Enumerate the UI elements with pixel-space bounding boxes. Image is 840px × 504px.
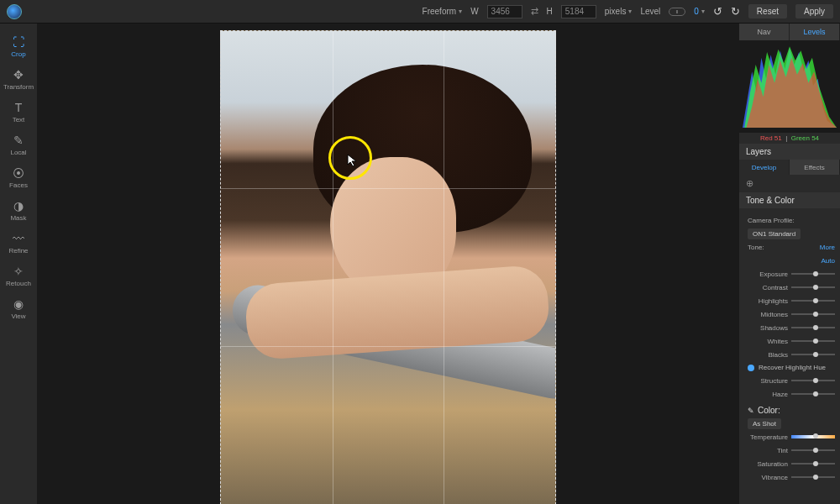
- crop-handle-top-left[interactable]: [220, 30, 231, 41]
- level-tool-icon[interactable]: [669, 8, 685, 16]
- retouch-tool[interactable]: ✧Retouch: [2, 261, 35, 291]
- white-balance-dropdown[interactable]: As Shot: [748, 418, 781, 429]
- color-section-header: ✎Color:: [748, 401, 835, 417]
- transform-tool[interactable]: ✥Transform: [2, 65, 35, 94]
- structure-slider[interactable]: Structure: [748, 374, 835, 387]
- tone-label: Tone:: [748, 244, 764, 251]
- camera-profile-label: Camera Profile:: [748, 217, 795, 224]
- local-tool[interactable]: ✎Local: [2, 130, 35, 160]
- tone-color-header[interactable]: Tone & Color: [739, 192, 840, 208]
- height-input[interactable]: [561, 5, 596, 18]
- level-label: Level: [640, 7, 660, 16]
- cursor-highlight: [328, 136, 372, 180]
- brush-icon: ✎: [13, 134, 24, 147]
- histogram-tabs: Nav Levels: [739, 24, 840, 40]
- saturation-slider[interactable]: Saturation: [748, 457, 835, 470]
- crop-icon: ⛶: [13, 35, 24, 49]
- aspect-ratio-dropdown[interactable]: Freeform▾: [423, 7, 463, 16]
- refine-icon: 〰: [13, 232, 24, 245]
- whites-slider[interactable]: Whites: [748, 334, 835, 348]
- cursor-arrow-icon: [346, 154, 360, 167]
- exposure-slider[interactable]: Exposure: [748, 267, 835, 281]
- nav-tab[interactable]: Nav: [739, 24, 790, 40]
- eye-icon: ◉: [13, 297, 24, 311]
- refine-tool[interactable]: 〰Refine: [2, 228, 35, 258]
- vibrance-slider[interactable]: Vibrance: [748, 470, 835, 484]
- retouch-icon: ✧: [13, 265, 24, 278]
- text-icon: T: [15, 101, 23, 114]
- chevron-down-icon: ▾: [459, 8, 462, 15]
- crop-frame[interactable]: [220, 30, 556, 504]
- recover-highlight-hue-toggle[interactable]: Recover Highlight Hue: [748, 361, 835, 374]
- view-tool[interactable]: ◉View: [2, 294, 35, 323]
- crop-handle-top-right[interactable]: [545, 30, 556, 41]
- effects-tab[interactable]: Effects: [790, 160, 840, 175]
- link-dimensions-icon[interactable]: ⇄: [531, 6, 538, 17]
- apply-button[interactable]: Apply: [795, 4, 833, 18]
- faces-tool[interactable]: ⦿Faces: [2, 163, 35, 192]
- mask-tool[interactable]: ◑Mask: [2, 196, 35, 225]
- temperature-slider[interactable]: Temperature: [748, 430, 835, 444]
- crop-tool[interactable]: ⛶Crop: [2, 32, 35, 61]
- contrast-slider[interactable]: Contrast: [748, 281, 835, 294]
- text-tool[interactable]: TText: [2, 97, 35, 127]
- chevron-down-icon: ▾: [628, 8, 632, 15]
- right-panel: Nav Levels Red 51 | Green 54 Layers Deve…: [739, 24, 840, 504]
- midtones-slider[interactable]: Midtones: [748, 307, 835, 321]
- height-label: H: [547, 7, 553, 16]
- tint-slider[interactable]: Tint: [748, 444, 835, 457]
- grid-line: [444, 31, 444, 504]
- app-logo-icon: [7, 4, 22, 19]
- edit-mode-tabs: Develop Effects: [739, 160, 840, 175]
- haze-slider[interactable]: Haze: [748, 387, 835, 401]
- tool-sidebar: ⛶Crop ✥Transform TText ✎Local ⦿Faces ◑Ma…: [0, 24, 37, 504]
- rotate-ccw-icon[interactable]: ↺: [713, 5, 722, 18]
- levels-tab[interactable]: Levels: [790, 24, 840, 40]
- histogram: [739, 40, 840, 133]
- highlights-slider[interactable]: Highlights: [748, 294, 835, 307]
- angle-dropdown[interactable]: 0▾: [694, 7, 705, 16]
- chevron-down-icon: ▾: [701, 8, 705, 15]
- canvas[interactable]: [37, 24, 739, 504]
- width-label: W: [470, 7, 478, 16]
- histogram-readout: Red 51 | Green 54: [739, 133, 840, 144]
- blacks-slider[interactable]: Blacks: [748, 348, 835, 361]
- camera-profile-dropdown[interactable]: ON1 Standard: [748, 228, 801, 239]
- layers-header[interactable]: Layers: [739, 144, 840, 160]
- face-icon: ⦿: [13, 166, 24, 180]
- add-layer-button[interactable]: ⊕: [739, 175, 840, 192]
- move-icon: ✥: [13, 68, 24, 81]
- tone-more-link[interactable]: More: [820, 244, 835, 251]
- rotate-cw-icon[interactable]: ↻: [731, 5, 740, 18]
- grid-line: [221, 346, 555, 347]
- auto-tone-button[interactable]: Auto: [822, 257, 835, 265]
- shadows-slider[interactable]: Shadows: [748, 321, 835, 334]
- eyedropper-icon[interactable]: ✎: [748, 407, 754, 415]
- width-input[interactable]: [487, 5, 522, 18]
- options-bar: Freeform▾ W ⇄ H pixels▾ Level 0▾ ↺ ↻ Res…: [0, 0, 840, 24]
- units-dropdown[interactable]: pixels▾: [605, 7, 633, 16]
- develop-tab[interactable]: Develop: [739, 160, 790, 175]
- reset-button[interactable]: Reset: [748, 4, 787, 18]
- grid-line: [333, 31, 333, 504]
- checkbox-on-icon: [748, 365, 754, 371]
- photo-content: [280, 65, 498, 501]
- grid-line: [221, 188, 555, 189]
- mask-icon: ◑: [13, 199, 24, 213]
